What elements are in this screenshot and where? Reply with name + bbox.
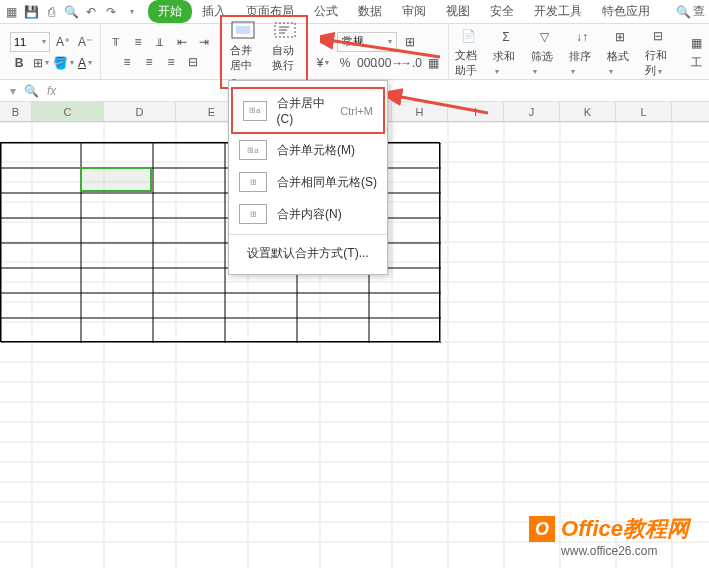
- merge-center-option-label: 合并居中(C): [277, 95, 331, 126]
- merge-cells-option-icon: ⊞a: [239, 140, 267, 160]
- dropdown-merge-cells[interactable]: ⊞a 合并单元格(M): [229, 134, 387, 166]
- merge-wrap-group: 合并居中 自动换行: [220, 15, 308, 89]
- merge-center-shortcut: Ctrl+M: [340, 105, 373, 117]
- sort-icon: ↓↑: [572, 27, 592, 47]
- watermark-logo-icon: O: [529, 516, 555, 542]
- merge-across-icon[interactable]: ⊟: [184, 53, 202, 71]
- wrap-text-label: 自动换行: [272, 43, 298, 73]
- wrap-text-icon: [272, 19, 298, 41]
- name-box-icon[interactable]: ▾: [10, 84, 16, 98]
- watermark: O Office教程网 www.office26.com: [529, 514, 689, 558]
- menubar: ▦ 💾 ⎙ 🔍 ↶ ↷ 开始 插入 页面布局 公式 数据 审阅 视图 安全 开发…: [0, 0, 709, 24]
- indent-right-icon[interactable]: ⇥: [195, 33, 213, 51]
- sort-button[interactable]: ↓↑ 排序: [563, 25, 601, 78]
- docs-helper-icon: 📄: [458, 26, 478, 46]
- merge-cells-option-label: 合并单元格(M): [277, 142, 355, 159]
- font-size-selector[interactable]: 11: [10, 32, 50, 52]
- align-bottom-icon[interactable]: ⫫: [151, 33, 169, 51]
- col-header-B[interactable]: B: [0, 102, 32, 121]
- svg-line-53: [396, 96, 488, 113]
- filter-icon: ▽: [534, 27, 554, 47]
- watermark-title: O Office教程网: [529, 514, 689, 544]
- merge-content-option-icon: ⊞: [239, 204, 267, 224]
- format-icon: ⊞: [610, 27, 630, 47]
- rowcol-button[interactable]: ⊟ 行和列: [639, 24, 677, 80]
- watermark-url: www.office26.com: [561, 544, 689, 558]
- dropdown-default-setting[interactable]: 设置默认合并方式(T)...: [229, 239, 387, 268]
- indent-left-icon[interactable]: ⇤: [173, 33, 191, 51]
- rowcol-icon: ⊟: [648, 26, 668, 46]
- merge-same-option-label: 合并相同单元格(S): [277, 174, 377, 191]
- svg-rect-1: [236, 26, 250, 34]
- zoom-icon[interactable]: 🔍: [24, 84, 39, 98]
- save-icon[interactable]: 💾: [24, 5, 38, 19]
- font-group: 11 A⁺ A⁻ B ⊞ 🪣 A: [4, 24, 101, 79]
- alignment-group: ⫪ ≡ ⫫ ⇤ ⇥ ≡ ≡ ≡ ⊟: [101, 24, 220, 79]
- tab-review[interactable]: 审阅: [392, 0, 436, 23]
- merge-center-option-icon: ⊞a: [243, 101, 267, 121]
- sum-button[interactable]: Σ 求和: [487, 25, 525, 78]
- merge-center-label: 合并居中: [230, 43, 256, 85]
- search-button[interactable]: 🔍查: [676, 3, 705, 20]
- bold-icon[interactable]: B: [10, 54, 28, 72]
- fill-color-icon[interactable]: 🪣: [54, 54, 72, 72]
- dropdown-merge-same[interactable]: ⊞ 合并相同单元格(S): [229, 166, 387, 198]
- col-header-L[interactable]: L: [616, 102, 672, 121]
- border-icon[interactable]: ⊞: [32, 54, 50, 72]
- app-icon: ▦: [4, 5, 18, 19]
- filter-button[interactable]: ▽ 筛选: [525, 25, 563, 78]
- col-header-D[interactable]: D: [104, 102, 176, 121]
- annotation-arrow-top: [320, 32, 450, 62]
- align-right-icon[interactable]: ≡: [162, 53, 180, 71]
- col-header-C[interactable]: C: [32, 102, 104, 121]
- col-header-J[interactable]: J: [504, 102, 560, 121]
- tab-developer[interactable]: 开发工具: [524, 0, 592, 23]
- wrap-text-button[interactable]: 自动换行: [264, 17, 306, 87]
- align-left-icon[interactable]: ≡: [118, 53, 136, 71]
- tab-formulas[interactable]: 公式: [304, 0, 348, 23]
- col-header-K[interactable]: K: [560, 102, 616, 121]
- dropdown-merge-center[interactable]: ⊞a 合并居中(C) Ctrl+M: [231, 87, 385, 134]
- quick-access-toolbar: ▦ 💾 ⎙ 🔍 ↶ ↷: [4, 5, 138, 19]
- tab-security[interactable]: 安全: [480, 0, 524, 23]
- sum-icon: Σ: [496, 27, 516, 47]
- increase-font-icon[interactable]: A⁺: [54, 33, 72, 51]
- merge-dropdown-menu: ⊞a 合并居中(C) Ctrl+M ⊞a 合并单元格(M) ⊞ 合并相同单元格(…: [228, 80, 388, 275]
- qat-dropdown[interactable]: [124, 5, 138, 19]
- merge-same-option-icon: ⊞: [239, 172, 267, 192]
- redo-icon[interactable]: ↷: [104, 5, 118, 19]
- worksheet-button[interactable]: ▦ 工: [677, 31, 709, 72]
- annotation-arrow-bottom: [388, 88, 498, 118]
- selected-cell[interactable]: [80, 167, 152, 192]
- tab-special[interactable]: 特色应用: [592, 0, 660, 23]
- align-center-icon[interactable]: ≡: [140, 53, 158, 71]
- align-top-icon[interactable]: ⫪: [107, 33, 125, 51]
- merge-center-icon: [230, 19, 256, 41]
- dropdown-merge-content[interactable]: ⊞ 合并内容(N): [229, 198, 387, 230]
- decrease-font-icon[interactable]: A⁻: [76, 33, 94, 51]
- docs-helper-button[interactable]: 📄 文档助手: [449, 24, 487, 80]
- align-middle-icon[interactable]: ≡: [129, 33, 147, 51]
- tab-view[interactable]: 视图: [436, 0, 480, 23]
- tab-start[interactable]: 开始: [148, 0, 192, 23]
- svg-line-52: [328, 40, 440, 57]
- undo-icon[interactable]: ↶: [84, 5, 98, 19]
- preview-icon[interactable]: 🔍: [64, 5, 78, 19]
- font-color-icon[interactable]: A: [76, 54, 94, 72]
- merge-content-option-label: 合并内容(N): [277, 206, 342, 223]
- worksheet-icon: ▦: [686, 33, 706, 53]
- merge-center-button[interactable]: 合并居中: [222, 17, 264, 87]
- dropdown-separator: [229, 234, 387, 235]
- print-icon[interactable]: ⎙: [44, 5, 58, 19]
- fx-icon[interactable]: fx: [47, 84, 56, 98]
- tab-data[interactable]: 数据: [348, 0, 392, 23]
- format-button[interactable]: ⊞ 格式: [601, 25, 639, 78]
